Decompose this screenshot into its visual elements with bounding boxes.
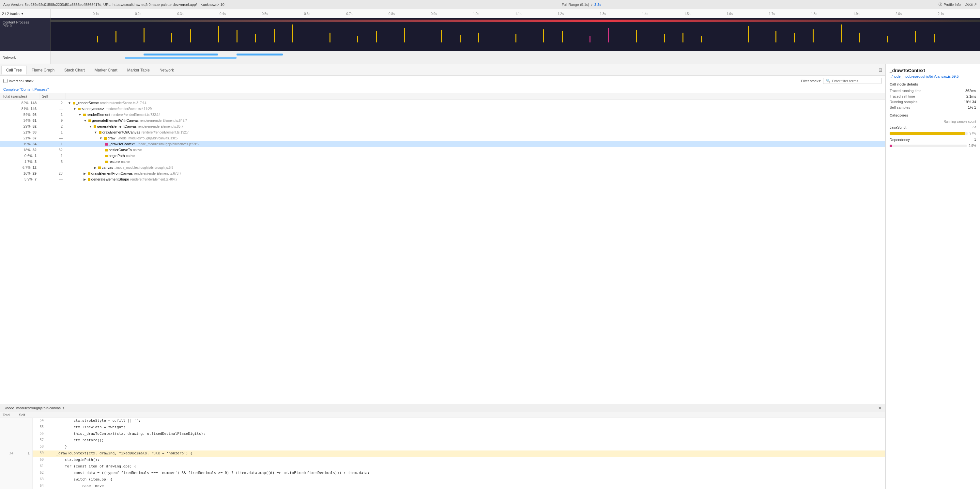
filter-stacks-label: Filter stacks: xyxy=(801,79,821,83)
expand-arrow[interactable]: ▼ xyxy=(94,131,98,134)
table-row[interactable]: 81%146—▼ <anonymous>renderer/renderScene… xyxy=(0,106,885,111)
table-row[interactable]: 29%522▼ generateElementCanvasrenderer/re… xyxy=(0,123,885,129)
tracks-label: 2 / 2 tracks xyxy=(2,12,19,16)
code-line-number: 58 xyxy=(33,444,46,451)
function-name: generateElementWithCanvas xyxy=(92,118,138,123)
function-path: renderer/renderElement.ts:192:7 xyxy=(142,131,189,134)
name-col: ▶ drawElementFromCanvasrenderer/renderEl… xyxy=(65,170,885,176)
total-col: 19%34 xyxy=(0,141,39,147)
time-tick: 1.0s xyxy=(473,12,479,15)
table-row[interactable]: 0.6%11 beginPathnative xyxy=(0,153,885,159)
table-row[interactable]: 19%341 _drawToContext../node_modules/rou… xyxy=(0,141,885,147)
table-row[interactable]: 21%37—▼ draw../node_modules/roughjs/bin/… xyxy=(0,135,885,141)
table-row[interactable]: 54%981▼ renderElementrenderer/renderElem… xyxy=(0,111,885,118)
network-request xyxy=(125,57,237,59)
code-line-content: switch (item.op) { xyxy=(46,476,885,483)
filter-input[interactable]: 🔍 xyxy=(823,78,882,84)
tab-call-tree[interactable]: Call Tree xyxy=(1,65,27,75)
activity-spike xyxy=(357,36,358,43)
tab-marker-table[interactable]: Marker Table xyxy=(123,65,154,75)
table-row[interactable]: 16%2928▶ drawElementFromCanvasrenderer/r… xyxy=(0,170,885,176)
network-row: Network xyxy=(0,51,980,64)
code-panel-close-button[interactable]: ✕ xyxy=(878,405,882,411)
filter-text-input[interactable] xyxy=(832,79,879,83)
table-row[interactable]: 34%619▼ generateElementWithCanvasrendere… xyxy=(0,118,885,123)
tracks-selector[interactable]: 2 / 2 tracks ▼ xyxy=(0,9,51,18)
expand-arrow[interactable]: ▼ xyxy=(68,101,72,105)
code-line-total xyxy=(0,457,16,464)
profile-info-button[interactable]: ⓘ Profile Info xyxy=(939,2,961,7)
activity-spike xyxy=(636,30,637,43)
table-row[interactable]: 21%381▼ drawElementOnCanvasrenderer/rend… xyxy=(0,129,885,135)
tracks-arrow-icon: ▼ xyxy=(21,12,24,15)
complete-process-link[interactable]: Complete "Content Process" xyxy=(0,86,885,93)
time-tick: 1.1s xyxy=(515,12,522,15)
table-row[interactable]: 3.9%7—▶ generateElementShaperenderer/ren… xyxy=(0,176,885,182)
code-line-self xyxy=(16,424,33,431)
full-range-button[interactable]: Full Range (9.1s) xyxy=(562,3,589,6)
activity-spike xyxy=(116,31,116,43)
expand-arrow[interactable]: ▶ xyxy=(84,178,87,181)
color-indicator xyxy=(88,172,91,175)
expand-arrow[interactable]: ▶ xyxy=(94,166,97,169)
range-arrow: › xyxy=(591,2,592,7)
table-row[interactable]: 6.7%12—▶ canvas../node_modules/roughjs/b… xyxy=(0,164,885,170)
code-line: 56 this._drawToContext(ctx, drawing, o.f… xyxy=(0,431,885,437)
code-panel-header: ../node_modules/roughjs/bin/canvas.js ✕ xyxy=(0,404,885,412)
self-col: — xyxy=(39,176,65,182)
search-icon: 🔍 xyxy=(826,79,830,83)
function-name: renderElement xyxy=(87,113,110,116)
time-tick: 0.1s xyxy=(93,12,99,15)
code-line: 57 ctx.restore(); xyxy=(0,437,885,444)
code-line-content: ctx.restore(); xyxy=(46,437,885,444)
code-line-self xyxy=(16,476,33,483)
tab-network[interactable]: Network xyxy=(154,65,179,75)
top-bar: App Version: 5ec939e92c015ff8c2203d81c63… xyxy=(0,0,980,9)
tab-stack-chart[interactable]: Stack Chart xyxy=(59,65,90,75)
code-line-total xyxy=(0,476,16,483)
activity-spike xyxy=(813,29,814,43)
code-line: 62 const data = ((typeof fixedDecimals =… xyxy=(0,470,885,476)
range-value: 2.2s xyxy=(594,3,601,6)
expand-arrow[interactable]: ▼ xyxy=(89,125,93,128)
code-line-total xyxy=(0,431,16,437)
tab-marker-chart[interactable]: Marker Chart xyxy=(90,65,123,75)
time-tick: 0.4s xyxy=(220,12,226,15)
expand-arrow[interactable]: ▼ xyxy=(84,119,88,123)
invert-call-stack-label[interactable]: Invert call stack xyxy=(3,79,33,83)
code-line: 55 ctx.lineWidth = fweight; xyxy=(0,424,885,431)
code-col-self: Self xyxy=(16,413,33,417)
activity-spike xyxy=(218,26,219,43)
expand-arrow[interactable]: ▼ xyxy=(73,107,77,111)
expand-button[interactable]: ⊡ xyxy=(878,67,883,72)
detail-value: 1% 1 xyxy=(968,105,976,109)
activity-bars: const activityContainer = document.getEl… xyxy=(51,23,980,43)
content-process-label: Content Process PID: 0 xyxy=(0,18,51,51)
function-path: renderer/renderElement.ts:649:7 xyxy=(140,119,187,123)
table-row[interactable]: 1.7%33 restorenative xyxy=(0,159,885,164)
code-line-self xyxy=(16,457,33,464)
code-line-number: 64 xyxy=(33,483,46,489)
invert-call-stack-checkbox[interactable] xyxy=(3,79,8,83)
color-indicator xyxy=(99,131,102,134)
name-col: ▼ <anonymous>renderer/renderScene.ts:411… xyxy=(65,106,885,111)
function-path: ../node_modules/roughjs/bin/canvas.js:8:… xyxy=(117,137,178,140)
code-line-self xyxy=(16,431,33,437)
expand-arrow[interactable]: ▼ xyxy=(99,137,103,140)
table-row[interactable]: 18%3232 bezierCurveTonative xyxy=(0,147,885,153)
code-line-number: 63 xyxy=(33,476,46,483)
activity-spike xyxy=(143,28,145,43)
docs-button[interactable]: Docs ↗ xyxy=(965,2,977,6)
detail-value: 362ms xyxy=(965,89,976,93)
code-line: 64 case 'move': xyxy=(0,483,885,489)
code-line-self xyxy=(16,437,33,444)
expand-arrow[interactable]: ▼ xyxy=(78,113,83,116)
category-pct: 2.9% xyxy=(969,144,976,148)
function-path: renderer/renderElement.ts:678:7 xyxy=(134,172,181,175)
tab-flame-graph[interactable]: Flame Graph xyxy=(27,65,59,75)
color-indicator xyxy=(98,166,101,169)
table-row[interactable]: 82%1482▼ _renderScenerenderer/renderScen… xyxy=(0,100,885,106)
function-name: _renderScene xyxy=(76,101,99,105)
expand-arrow[interactable]: ▶ xyxy=(84,172,87,175)
total-col: 54%98 xyxy=(0,111,39,118)
